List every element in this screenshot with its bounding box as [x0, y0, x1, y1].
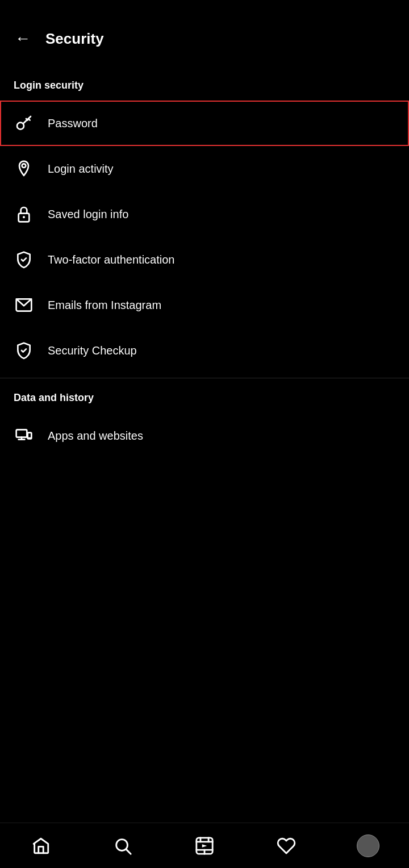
two-factor-label: Two-factor authentication [48, 253, 174, 266]
apps-websites-label: Apps and websites [48, 429, 143, 443]
saved-login-label: Saved login info [48, 208, 128, 221]
shield-check-icon [14, 249, 34, 270]
heart-icon [277, 836, 296, 856]
nav-search[interactable] [106, 829, 140, 863]
lock-icon [14, 204, 34, 224]
svg-line-14 [126, 849, 131, 854]
emails-label: Emails from Instagram [48, 299, 161, 312]
login-activity-item[interactable]: Login activity [0, 146, 409, 191]
apps-icon [14, 425, 34, 446]
security-checkup-item[interactable]: Security Checkup [0, 328, 409, 373]
data-history-title: Data and history [0, 383, 409, 413]
two-factor-item[interactable]: Two-factor authentication [0, 237, 409, 282]
shield-done-icon [14, 340, 34, 361]
svg-line-2 [28, 119, 30, 120]
svg-marker-21 [202, 844, 207, 848]
profile-avatar [357, 834, 379, 857]
header: ← Security [0, 0, 409, 59]
section-divider [0, 378, 409, 378]
login-activity-label: Login activity [48, 162, 114, 176]
apps-websites-item[interactable]: Apps and websites [0, 413, 409, 458]
svg-point-4 [22, 164, 26, 168]
nav-reels[interactable] [187, 829, 222, 863]
content: Login security Password [0, 59, 409, 458]
password-item[interactable]: Password [0, 101, 409, 146]
nav-activity[interactable] [269, 829, 303, 863]
svg-point-6 [23, 216, 25, 218]
login-security-section: Login security Password [0, 70, 409, 373]
password-label: Password [48, 117, 98, 130]
emails-item[interactable]: Emails from Instagram [0, 282, 409, 328]
bottom-nav [0, 823, 409, 868]
key-icon [14, 113, 34, 133]
svg-line-3 [26, 119, 28, 120]
back-arrow-icon: ← [15, 31, 31, 47]
security-checkup-label: Security Checkup [48, 344, 137, 357]
login-security-title: Login security [0, 70, 409, 101]
search-icon [113, 836, 132, 856]
nav-home[interactable] [24, 829, 58, 863]
home-icon [31, 836, 51, 856]
svg-rect-8 [16, 429, 27, 437]
data-history-section: Data and history Apps and websites [0, 383, 409, 458]
page-title: Security [45, 30, 104, 48]
saved-login-item[interactable]: Saved login info [0, 191, 409, 237]
mail-icon [14, 295, 34, 315]
nav-profile[interactable] [351, 829, 385, 863]
location-icon [14, 158, 34, 179]
back-button[interactable]: ← [11, 27, 34, 50]
reels-icon [195, 836, 214, 856]
